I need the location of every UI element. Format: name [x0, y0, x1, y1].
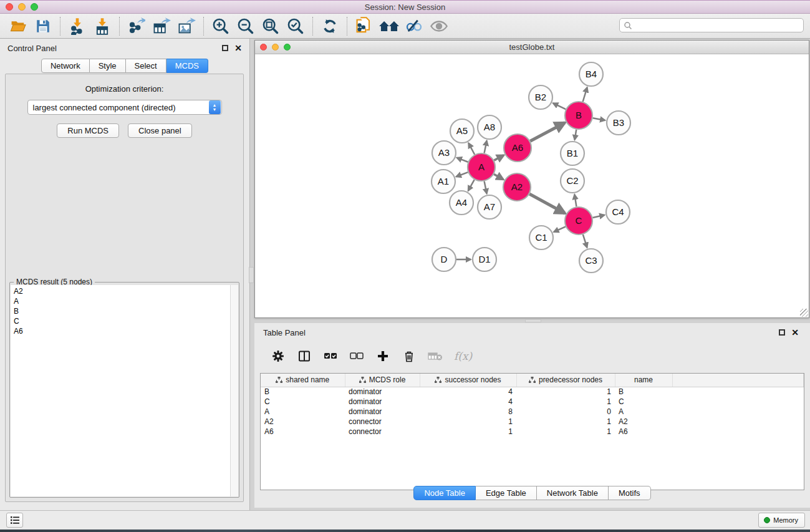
graph-edge-A-A2[interactable] — [494, 174, 503, 180]
graph-edge-A-A4[interactable] — [468, 180, 475, 191]
optimization-criterion-label: Optimization criterion: — [6, 84, 243, 94]
graph-edge-B-B4[interactable] — [583, 87, 587, 102]
graph-edge-A6-B[interactable] — [530, 123, 565, 142]
export-table-icon[interactable] — [151, 16, 172, 36]
graph-edge-B-B1[interactable] — [575, 130, 577, 140]
zoom-fit-icon[interactable] — [260, 16, 281, 36]
graph-svg: B4B2BB3A8A5A6A3B1AA1C2A2A4A7C4CC1DD1C3 — [255, 54, 809, 317]
hide-glasses-icon[interactable] — [403, 16, 425, 36]
graph-node-label: D — [441, 254, 448, 264]
table-row[interactable]: A6connector11A6 — [261, 427, 804, 437]
window-resize-grip[interactable] — [800, 309, 808, 317]
function-builder-icon[interactable]: f(x) — [454, 349, 472, 364]
network-from-file-icon[interactable] — [354, 16, 375, 36]
graph-edge-B-B2[interactable] — [553, 103, 566, 109]
memory-button[interactable]: Memory — [758, 513, 805, 528]
run-mcds-button[interactable]: Run MCDS — [57, 123, 119, 138]
search-field[interactable] — [619, 18, 804, 32]
column-header-mcds-role[interactable]: MCDS role — [345, 374, 420, 387]
graph-node-label: B — [576, 110, 582, 120]
table-close-panel-icon[interactable]: ✕ — [791, 329, 799, 336]
network-window-titlebar[interactable]: testGlobe.txt — [255, 41, 809, 54]
graph-node-label: C4 — [612, 206, 624, 217]
table-cell: A2 — [261, 417, 345, 427]
column-header-successor-nodes[interactable]: successor nodes — [420, 374, 516, 387]
tab-style[interactable]: Style — [90, 59, 126, 73]
graph-edge-C-C3[interactable] — [583, 235, 587, 248]
result-scrollbar[interactable] — [230, 285, 238, 496]
table-row[interactable]: Bdominator41B — [261, 387, 804, 397]
mcds-result-list[interactable]: A2ABCA6 — [11, 285, 230, 496]
graph-edge-A-A8[interactable] — [485, 141, 487, 153]
panel-layout-icon[interactable] — [297, 349, 312, 364]
tab-select[interactable]: Select — [126, 59, 166, 73]
import-network-icon[interactable] — [67, 16, 88, 36]
table-row[interactable]: A2connector11A2 — [261, 417, 804, 427]
graph-node-label: B2 — [535, 92, 546, 102]
graph-edge-A-A5[interactable] — [468, 143, 475, 154]
delete-column-icon[interactable] — [402, 349, 417, 364]
graph-edge-A-A6[interactable] — [494, 155, 504, 160]
close-panel-icon[interactable]: ✕ — [234, 45, 242, 51]
table-row[interactable]: Cdominator41C — [261, 397, 804, 407]
result-list-item[interactable]: B — [14, 306, 227, 316]
graph-node-label: A8 — [484, 122, 495, 132]
table-cell: 1 — [420, 417, 516, 427]
graph-edge-A-A3[interactable] — [457, 158, 468, 162]
export-image-icon[interactable] — [176, 16, 197, 36]
tab-node-table[interactable]: Node Table — [413, 486, 476, 500]
result-list-item[interactable]: A2 — [14, 286, 227, 296]
result-list-item[interactable]: C — [14, 316, 227, 326]
tab-edge-table[interactable]: Edge Table — [476, 486, 537, 500]
refresh-icon[interactable] — [319, 16, 340, 36]
table-cell: A6 — [615, 427, 672, 437]
tab-network-table[interactable]: Network Table — [537, 486, 609, 500]
graph-nodes: B4B2BB3A8A5A6A3B1AA1C2A2A4A7C4CC1DD1C3 — [432, 62, 630, 273]
add-column-icon[interactable] — [375, 349, 390, 364]
table-float-panel-icon[interactable] — [779, 329, 785, 336]
search-input[interactable] — [632, 20, 803, 31]
delete-table-icon[interactable] — [428, 349, 443, 364]
column-header-name[interactable]: name — [615, 374, 672, 387]
criterion-dropdown[interactable]: largest connected component (directed) ▲… — [27, 100, 222, 115]
network-canvas[interactable]: B4B2BB3A8A5A6A3B1AA1C2A2A4A7C4CC1DD1C3 — [255, 54, 809, 317]
vertical-splitter-handle[interactable] — [249, 267, 254, 283]
deselect-all-columns-icon[interactable] — [349, 349, 364, 364]
graph-edge-C-C1[interactable] — [554, 226, 566, 232]
graph-node-label: C — [576, 215, 582, 226]
tab-motifs[interactable]: Motifs — [609, 486, 651, 500]
zoom-in-icon[interactable] — [210, 16, 231, 36]
column-type-icon — [359, 377, 366, 383]
graph-edge-C-C2[interactable] — [574, 195, 576, 207]
table-cell: A — [615, 407, 672, 417]
graph-node-label: A — [478, 162, 485, 172]
table-cell: 4 — [420, 397, 516, 407]
open-icon[interactable] — [7, 16, 29, 36]
table-row[interactable]: Adominator80A — [261, 407, 804, 417]
select-all-columns-icon[interactable] — [323, 349, 338, 364]
graph-edge-A-A1[interactable] — [456, 172, 468, 177]
horizontal-splitter-handle[interactable] — [525, 319, 541, 322]
import-table-icon[interactable] — [92, 16, 113, 36]
tab-network[interactable]: Network — [41, 59, 90, 73]
graph-edge-A-A7[interactable] — [485, 181, 487, 194]
zoom-selected-icon[interactable] — [285, 16, 306, 36]
gear-icon[interactable] — [271, 349, 286, 364]
export-network-icon[interactable] — [126, 16, 147, 36]
graph-edge-C-C4[interactable] — [592, 215, 604, 218]
tab-mcds[interactable]: MCDS — [166, 59, 208, 73]
column-header-shared-name[interactable]: shared name — [261, 374, 345, 387]
show-eye-icon[interactable] — [428, 16, 450, 36]
result-list-item[interactable]: A — [14, 296, 227, 306]
result-list-item[interactable]: A6 — [14, 326, 227, 336]
column-header-predecessor-nodes[interactable]: predecessor nodes — [516, 374, 615, 387]
graph-edge-B-B3[interactable] — [593, 118, 605, 120]
task-history-button[interactable] — [6, 513, 23, 528]
home-icon[interactable] — [378, 16, 400, 36]
zoom-out-icon[interactable] — [235, 16, 256, 36]
table-cell: C — [615, 397, 672, 407]
float-panel-icon[interactable] — [222, 45, 228, 51]
close-panel-button[interactable]: Close panel — [128, 123, 192, 138]
graph-edge-A2-C[interactable] — [529, 194, 565, 213]
save-icon[interactable] — [32, 16, 54, 36]
